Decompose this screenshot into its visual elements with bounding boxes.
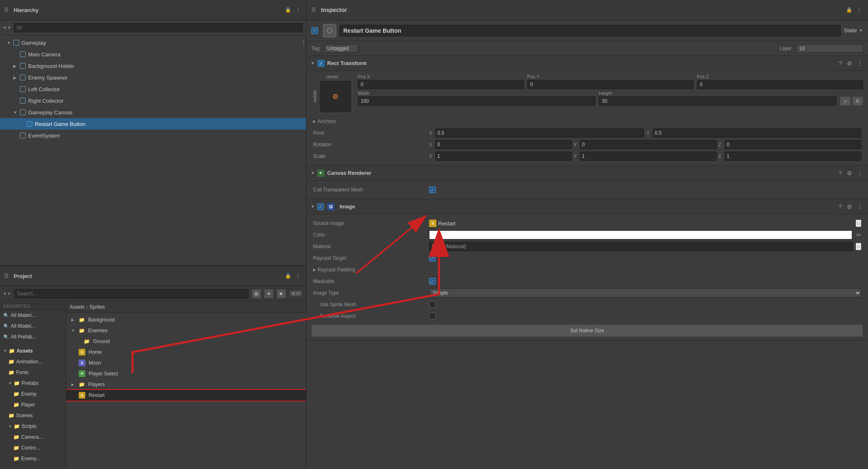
image-type-select[interactable]: Simple: [429, 288, 861, 297]
file-home[interactable]: S Home: [66, 347, 306, 358]
cr-settings-icon[interactable]: ⚙: [846, 169, 853, 177]
rotation-z-input[interactable]: [725, 140, 861, 149]
sidebar-assets-header[interactable]: ▼ 📁 Assets: [0, 346, 66, 356]
folder-icon: 📁: [8, 359, 14, 365]
star-icon[interactable]: ★: [277, 289, 286, 298]
hierarchy-item-right-collector[interactable]: Right Collector: [0, 95, 306, 106]
tag-dropdown[interactable]: Untagged: [324, 44, 358, 53]
sidebar-scenes[interactable]: 📁 Scenes: [0, 410, 66, 421]
file-enemies[interactable]: ▼ 📁 Enemies: [66, 325, 306, 336]
anchor-preset-widget[interactable]: [319, 80, 352, 113]
file-moon[interactable]: S Moon: [66, 358, 306, 368]
rot-z-label: Z: [719, 142, 723, 147]
hierarchy-item-gameplay-canvas[interactable]: ▼ Gameplay Canvas: [0, 106, 306, 118]
packages-icon[interactable]: ⊞: [252, 289, 261, 298]
hierarchy-item-gameplay[interactable]: ▼ Gameplay ⋮: [0, 37, 306, 48]
constrain-proportions-btn[interactable]: ⤢: [840, 97, 851, 106]
file-player-select[interactable]: ✦ Player Select: [66, 368, 306, 379]
project-add-button[interactable]: + ▼: [3, 290, 11, 297]
maskable-checkbox[interactable]: ✓: [429, 278, 436, 285]
anchors-expand[interactable]: ▶: [313, 119, 316, 123]
raycast-target-checkbox[interactable]: ✓: [429, 255, 436, 261]
preserve-aspect-checkbox[interactable]: [429, 313, 436, 319]
image-enabled-checkbox[interactable]: ✓: [317, 203, 324, 210]
pos-z-input[interactable]: [697, 80, 863, 89]
rect-settings-icon[interactable]: ⚙: [846, 59, 853, 68]
gameobject-name-input[interactable]: [340, 25, 841, 36]
sidebar-all-models[interactable]: 🔍 All Model...: [0, 321, 66, 331]
file-ground[interactable]: 📁 Ground: [66, 336, 306, 347]
sidebar-enemy-scripts[interactable]: 📁 Enemy...: [0, 453, 66, 464]
gameobject-enabled-checkbox[interactable]: ✓: [311, 27, 318, 34]
layer-dropdown[interactable]: UI: [797, 44, 863, 53]
canvas-renderer-header[interactable]: ▼ 👁 Canvas Renderer ? ⚙ ⋮: [306, 166, 868, 181]
inspector-menu-icon[interactable]: ⋮: [856, 6, 863, 14]
raycast-padding-expand[interactable]: ▶: [313, 268, 316, 272]
hierarchy-item-background-holder[interactable]: ▶ Background Holder: [0, 60, 306, 72]
rect-help-icon[interactable]: ?: [838, 59, 843, 68]
layer-dropdown-wrap[interactable]: UI: [797, 44, 863, 53]
rect-menu-icon[interactable]: ⋮: [856, 59, 864, 68]
image-type-dropdown-wrap[interactable]: Simple: [429, 288, 861, 297]
width-input[interactable]: [358, 97, 596, 106]
color-eyedropper-icon[interactable]: ✏: [856, 232, 861, 238]
sidebar-player[interactable]: 📁 Player: [0, 399, 66, 410]
img-menu-icon[interactable]: ⋮: [856, 203, 864, 211]
sidebar-all-materials[interactable]: 🔍 All Materi...: [0, 310, 66, 321]
favorites-icon[interactable]: ✦: [264, 289, 273, 298]
sidebar-scripts[interactable]: ▼ 📁 Scripts: [0, 421, 66, 432]
hierarchy-menu-icon[interactable]: ⋮: [294, 6, 302, 14]
pos-z-label: Pos Z: [697, 74, 863, 79]
add-button[interactable]: + ▼: [3, 24, 11, 31]
cull-transparent-checkbox[interactable]: ✓: [429, 186, 436, 193]
reset-btn[interactable]: R: [852, 97, 863, 106]
project-menu-icon[interactable]: ⋮: [294, 272, 302, 280]
color-picker-field[interactable]: [429, 230, 852, 239]
pos-x-input[interactable]: [358, 80, 524, 89]
pos-y-input[interactable]: [527, 80, 693, 89]
height-input[interactable]: [599, 97, 837, 106]
hierarchy-search-input[interactable]: [14, 23, 303, 32]
item-options-icon[interactable]: ⋮: [301, 40, 306, 46]
sidebar-all-prefabs[interactable]: 🔍 All Prefab...: [0, 331, 66, 342]
hierarchy-item-event-system[interactable]: EventSystem: [0, 130, 306, 141]
cr-help-icon[interactable]: ?: [838, 169, 843, 177]
sidebar-control[interactable]: 📁 Contro...: [0, 442, 66, 453]
rect-transform-header[interactable]: ▼ ⤢ Rect Transform ? ⚙ ⋮: [306, 56, 868, 71]
scale-x-input[interactable]: [435, 152, 572, 161]
set-native-size-button[interactable]: Set Native Size: [311, 324, 863, 337]
scale-y-input[interactable]: [580, 152, 716, 161]
hierarchy-item-left-collector[interactable]: Left Collector: [0, 83, 306, 95]
file-background[interactable]: ▶ 📁 Background: [66, 314, 306, 325]
inspector-title: Inspector: [321, 7, 347, 13]
sidebar-enemy[interactable]: 📁 Enemy: [0, 389, 66, 399]
scale-z-input[interactable]: [725, 152, 861, 161]
cr-menu-icon[interactable]: ⋮: [856, 169, 864, 177]
rotation-x-input[interactable]: [435, 140, 572, 149]
material-target-btn[interactable]: ⊙: [856, 243, 861, 250]
img-settings-icon[interactable]: ⚙: [846, 203, 853, 211]
source-image-target-btn[interactable]: ⊙: [856, 220, 861, 227]
sidebar-camera[interactable]: 📁 Camera...: [0, 432, 66, 442]
sidebar-prefabs[interactable]: ▼ 📁 Prefabs: [0, 378, 66, 389]
pivot-x-input[interactable]: [435, 128, 644, 138]
file-restart[interactable]: S Restart: [66, 390, 306, 401]
sidebar-fonts[interactable]: 📁 Fonts: [0, 367, 66, 378]
pos-x-group: Pos X: [358, 74, 524, 89]
project-search-input[interactable]: [14, 289, 248, 298]
file-players[interactable]: ▶ 📁 Players: [66, 379, 306, 390]
static-toggle[interactable]: Static ▼: [844, 27, 863, 34]
breadcrumb-assets[interactable]: Assets: [70, 304, 84, 310]
tag-dropdown-wrap[interactable]: Untagged: [324, 44, 358, 53]
img-help-icon[interactable]: ?: [838, 203, 843, 211]
hierarchy-item-enemy-spawner[interactable]: ▶ Enemy Spawner: [0, 72, 306, 83]
sidebar-animations[interactable]: 📁 Animation...: [0, 356, 66, 367]
hierarchy-item-restart-game-button[interactable]: Restart Game Button: [0, 118, 306, 130]
rotation-y-input[interactable]: [580, 140, 716, 149]
image-header[interactable]: ▼ ✓ 🖼 Image ? ⚙ ⋮: [306, 199, 868, 214]
use-sprite-mesh-checkbox[interactable]: [429, 301, 436, 308]
hamburger-icon: ☰: [4, 7, 9, 13]
hierarchy-item-main-camera[interactable]: Main Camera: [0, 48, 306, 60]
breadcrumb-sprites[interactable]: Sprites: [89, 304, 105, 310]
pivot-y-input[interactable]: [653, 128, 861, 138]
